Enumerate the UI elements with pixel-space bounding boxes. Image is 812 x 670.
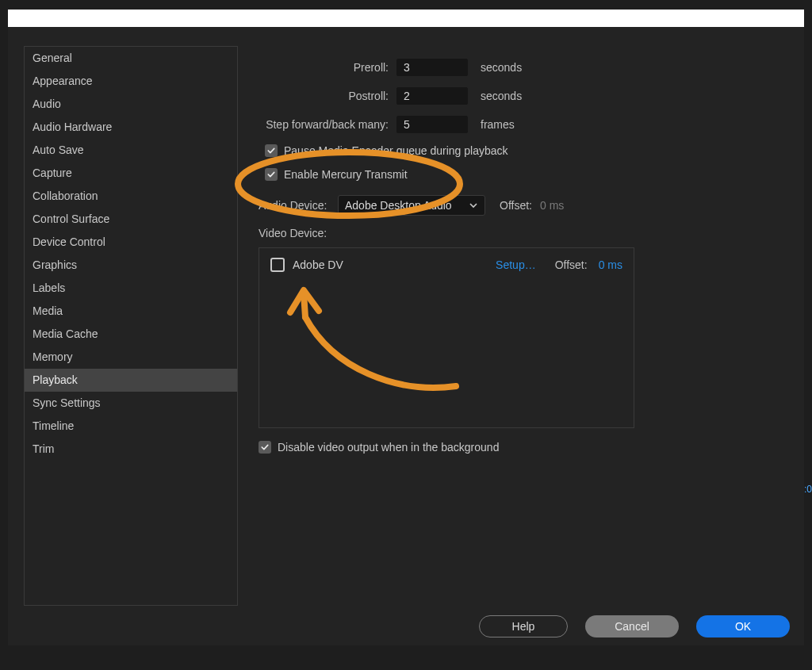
step-unit: frames	[481, 118, 515, 131]
audio-device-row: Audio Device: Adobe Desktop Audio Offset…	[259, 195, 793, 216]
pause-encoder-row: Pause Media Encoder queue during playbac…	[265, 144, 793, 157]
sidebar-item-media[interactable]: Media	[25, 300, 237, 323]
chevron-down-icon	[469, 201, 478, 210]
mercury-transmit-checkbox[interactable]	[265, 168, 278, 181]
video-device-label: Video Device:	[259, 227, 793, 239]
background-timecode-hint: :0	[804, 484, 812, 500]
preferences-sidebar: General Appearance Audio Audio Hardware …	[24, 46, 238, 606]
sidebar-item-audio-hardware[interactable]: Audio Hardware	[25, 116, 237, 139]
video-device-setup-link[interactable]: Setup…	[496, 258, 536, 271]
sidebar-item-playback[interactable]: Playback	[25, 369, 237, 392]
video-device-offset-value[interactable]: 0 ms	[599, 258, 622, 271]
sidebar-item-trim[interactable]: Trim	[25, 438, 237, 461]
audio-device-select[interactable]: Adobe Desktop Audio	[338, 195, 485, 216]
preroll-label: Preroll:	[254, 61, 389, 74]
step-input[interactable]	[396, 116, 468, 133]
step-row: Step forward/back many: frames	[254, 116, 793, 133]
preroll-unit: seconds	[481, 61, 522, 74]
postroll-label: Postroll:	[254, 90, 389, 102]
preferences-dialog: General Appearance Audio Audio Hardware …	[8, 27, 804, 645]
sidebar-item-capture[interactable]: Capture	[25, 162, 237, 185]
pause-encoder-checkbox[interactable]	[265, 144, 278, 157]
audio-offset-label: Offset:	[500, 199, 532, 212]
sidebar-item-device-control[interactable]: Device Control	[25, 231, 237, 254]
checkmark-icon	[266, 170, 276, 179]
checkmark-icon	[260, 442, 270, 452]
sidebar-item-timeline[interactable]: Timeline	[25, 415, 237, 438]
postroll-row: Postroll: seconds	[254, 87, 793, 105]
mercury-transmit-label: Enable Mercury Transmit	[284, 168, 408, 181]
audio-device-value: Adobe Desktop Audio	[345, 199, 452, 212]
window-title-bar	[8, 10, 804, 27]
pause-encoder-label: Pause Media Encoder queue during playbac…	[284, 144, 508, 157]
audio-offset-value[interactable]: 0 ms	[540, 199, 564, 212]
audio-device-label: Audio Device:	[259, 199, 333, 212]
step-label: Step forward/back many:	[254, 118, 389, 131]
sidebar-item-collaboration[interactable]: Collaboration	[25, 185, 237, 208]
sidebar-item-control-surface[interactable]: Control Surface	[25, 208, 237, 231]
video-device-row: Adobe DV Setup… Offset: 0 ms	[270, 258, 622, 272]
video-device-list: Adobe DV Setup… Offset: 0 ms	[259, 247, 634, 428]
help-button[interactable]: Help	[479, 615, 568, 637]
postroll-unit: seconds	[481, 90, 522, 102]
dialog-button-bar: Help Cancel OK	[479, 615, 790, 637]
disable-bg-output-label: Disable video output when in the backgro…	[278, 441, 499, 454]
sidebar-item-sync-settings[interactable]: Sync Settings	[25, 392, 237, 415]
sidebar-item-memory[interactable]: Memory	[25, 346, 237, 369]
playback-panel: Preroll: seconds Postroll: seconds Step …	[254, 59, 793, 454]
mercury-transmit-row: Enable Mercury Transmit	[265, 168, 793, 181]
preroll-row: Preroll: seconds	[254, 59, 793, 76]
sidebar-item-labels[interactable]: Labels	[25, 277, 237, 300]
postroll-input[interactable]	[396, 87, 468, 105]
disable-bg-output-checkbox[interactable]	[259, 441, 271, 454]
sidebar-item-auto-save[interactable]: Auto Save	[25, 139, 237, 162]
adobe-dv-checkbox[interactable]	[270, 258, 285, 272]
sidebar-item-media-cache[interactable]: Media Cache	[25, 323, 237, 346]
video-device-offset-label: Offset:	[555, 258, 588, 271]
disable-bg-output-row: Disable video output when in the backgro…	[259, 441, 793, 454]
sidebar-item-general[interactable]: General	[25, 47, 237, 70]
video-device-name: Adobe DV	[293, 258, 496, 271]
sidebar-item-audio[interactable]: Audio	[25, 93, 237, 116]
checkmark-icon	[266, 146, 276, 155]
preroll-input[interactable]	[396, 59, 468, 76]
sidebar-item-appearance[interactable]: Appearance	[25, 70, 237, 93]
sidebar-item-graphics[interactable]: Graphics	[25, 254, 237, 277]
ok-button[interactable]: OK	[696, 615, 790, 637]
cancel-button[interactable]: Cancel	[585, 615, 679, 637]
